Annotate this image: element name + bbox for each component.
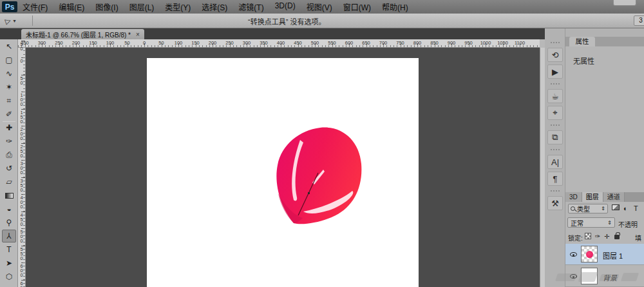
lock-label: 锁定: (568, 233, 583, 242)
ruler-tick (417, 43, 418, 47)
history-panel-icon[interactable]: ⟲ (547, 48, 563, 62)
path-selection-tool[interactable]: ➤ (2, 257, 16, 270)
clone-source-panel-icon[interactable]: ⌖ (547, 106, 563, 120)
menu-item[interactable]: 类型(Y) (165, 1, 191, 12)
history-brush-tool[interactable]: ↺ (2, 162, 16, 175)
document-tab[interactable]: 未标题-1 @ 66.7% (图层 1, RGB/8) * × (21, 29, 144, 39)
canvas[interactable] (147, 58, 419, 287)
updown-arrows-icon: ⇕ (601, 206, 605, 212)
current-tool-button[interactable]: ▷ ▾ (5, 15, 27, 26)
ruler-tick (21, 194, 25, 195)
menu-item[interactable]: 文件(F) (23, 1, 48, 12)
clone-stamp-tool[interactable]: ⎙ (2, 148, 16, 161)
tool-presets-panel-icon[interactable]: ⚒ (547, 196, 563, 210)
ruler-tick (503, 43, 504, 47)
ruler-tick (21, 143, 25, 144)
lock-transparent-pixels-icon[interactable] (585, 233, 591, 239)
blend-mode-dropdown[interactable]: 正常 ⇕ (567, 217, 615, 228)
menu-item[interactable]: 帮助(H) (382, 1, 408, 12)
layer-name: 背景 (603, 272, 617, 282)
ruler-tick (21, 57, 25, 58)
lock-row: 锁定: ✑ ✛ 填 (565, 230, 644, 243)
ruler-tick (264, 43, 265, 47)
ruler-tick (349, 43, 350, 47)
lock-position-icon[interactable]: ✛ (604, 233, 609, 240)
brush-tool[interactable]: ✑ (2, 135, 16, 148)
lock-paint-icon[interactable]: ✑ (595, 233, 600, 240)
workspace-button[interactable]: 3 (634, 15, 644, 26)
layer-row[interactable]: 图层 1 (565, 244, 644, 265)
tab-通道[interactable]: 通道 (603, 192, 625, 202)
lasso-tool[interactable]: ∿ (2, 67, 16, 80)
tool-options-status: “转换点工具” 没有选项。 (248, 16, 325, 26)
ruler-label: 200 (19, 126, 24, 140)
crop-tool[interactable]: ⌗ (2, 94, 16, 107)
layer-name: 图层 1 (603, 250, 623, 261)
layer-thumbnail[interactable] (581, 246, 598, 262)
document-tab-bar: 未标题-1 @ 66.7% (图层 1, RGB/8) * × (0, 28, 545, 39)
menu-item[interactable]: 编辑(E) (59, 1, 84, 12)
close-icon[interactable]: × (136, 31, 140, 38)
ruler-tick (332, 43, 333, 47)
paragraph-panel-icon[interactable]: ¶ (547, 172, 563, 186)
ruler-label: 600 (19, 263, 24, 277)
tab-properties[interactable]: 属性 (569, 37, 595, 46)
properties-panel: 无属性 (565, 46, 644, 192)
menu-bar: Ps 文件(F)编辑(E)图像(I)图层(L)类型(Y)选择(S)滤镜(T)3D… (0, 0, 644, 14)
adjustment-filter-icon[interactable]: ◐ (623, 204, 628, 212)
menu-item[interactable]: 窗口(W) (343, 1, 371, 12)
move-tool[interactable]: ↖ (2, 40, 16, 53)
tab-图层[interactable]: 图层 (582, 192, 603, 202)
brush-presets-panel-icon[interactable]: ☕ (547, 89, 563, 103)
ruler-tick (178, 43, 179, 47)
ruler-tick (93, 43, 94, 47)
dodge-tool[interactable]: ⚲ (2, 216, 16, 229)
gradient-tool[interactable] (2, 189, 16, 202)
actions-panel-icon[interactable]: ▶ (547, 64, 563, 79)
vertical-scrollbar[interactable] (540, 48, 545, 287)
ruler-label: 100 (19, 92, 24, 106)
ruler-tick (21, 75, 25, 75)
shape-tool[interactable]: ⬡ (2, 270, 16, 283)
type-tool[interactable]: T (2, 243, 16, 256)
ruler-tick (451, 43, 452, 47)
blur-tool[interactable]: ◒ (2, 203, 16, 215)
petal-artwork (147, 58, 419, 287)
ruler-tick (59, 43, 60, 47)
ruler-tick (42, 43, 43, 47)
petal-thumbnail-blob (586, 251, 593, 258)
ruler-tick (366, 43, 367, 47)
eraser-tool[interactable]: ▱ (2, 175, 16, 188)
lock-all-icon[interactable] (614, 235, 620, 239)
pen-anchor-point (308, 192, 310, 194)
eyedropper-tool[interactable]: ✐ (2, 108, 16, 121)
layer-row[interactable]: 背景 (565, 266, 644, 287)
character-panel-icon[interactable]: A| (547, 155, 563, 169)
filter-kind-dropdown[interactable]: 类型 ⇕ (568, 204, 608, 213)
vertical-ruler: 5005010015020025030035040045050055060065… (18, 48, 26, 287)
properties-empty-text: 无属性 (573, 55, 594, 66)
menu-item[interactable]: 图像(I) (95, 1, 118, 12)
type-filter-icon[interactable]: T (634, 204, 638, 212)
ruler-tick (298, 43, 299, 47)
visibility-eye-icon[interactable] (570, 274, 577, 279)
tab-3D[interactable]: 3D (565, 192, 582, 202)
blend-mode-row: 正常 ⇕ 不透明 (565, 216, 644, 230)
opacity-label: 不透明 (618, 219, 638, 229)
ruler-label: 500 (19, 229, 24, 242)
pen-convert-point-tool[interactable]: ⅄ (2, 230, 16, 242)
pixel-filter-icon[interactable] (612, 204, 620, 210)
magic-wand-tool[interactable]: ✶ (2, 81, 16, 94)
menu-item[interactable]: 视图(V) (307, 1, 332, 12)
menu-item[interactable]: 滤镜(T) (238, 1, 263, 12)
visibility-eye-icon[interactable] (570, 252, 577, 257)
healing-brush-tool[interactable]: ✚ (2, 121, 16, 134)
layer-thumbnail[interactable] (581, 268, 598, 284)
ruler-label: 650 (19, 281, 24, 287)
menu-item[interactable]: 选择(S) (202, 1, 227, 12)
ruler-tick (110, 43, 111, 47)
layer-comps-panel-icon[interactable]: ⧉ (547, 130, 563, 144)
menu-item[interactable]: 图层(L) (129, 1, 155, 12)
marquee-tool[interactable]: ▢ (2, 54, 16, 66)
menu-item[interactable]: 3D(D) (275, 1, 296, 12)
